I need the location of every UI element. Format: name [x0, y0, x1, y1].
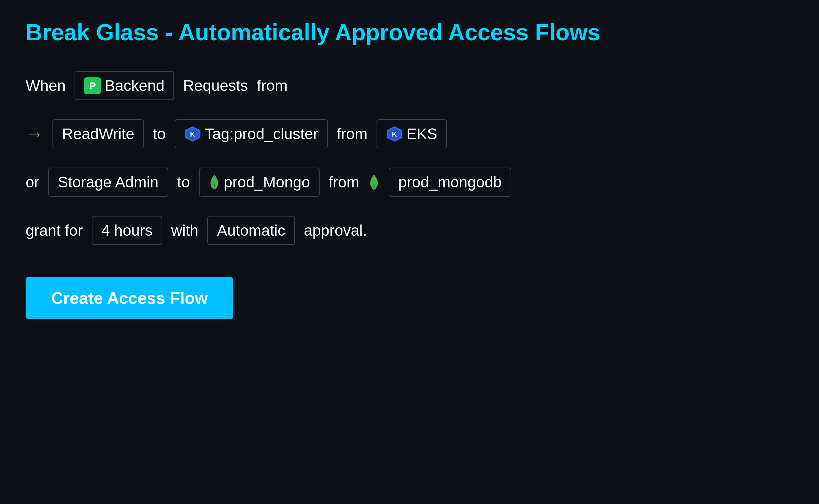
resource-token-2[interactable]: prod_Mongo	[199, 168, 320, 197]
create-access-flow-button[interactable]: Create Access Flow	[26, 277, 233, 319]
page-title: Break Glass - Automatically Approved Acc…	[26, 19, 793, 45]
condition-row: When P Backend Requests from	[26, 71, 793, 100]
mongo-instance-name: prod_mongodb	[398, 173, 502, 191]
from-label-row3: from	[328, 173, 359, 191]
approval-label: approval.	[304, 222, 367, 239]
permission-token-1[interactable]: ReadWrite	[52, 119, 144, 148]
permission-label-1: ReadWrite	[62, 125, 134, 143]
or-label: or	[26, 173, 39, 191]
mongo-db-name: prod_Mongo	[224, 173, 310, 191]
hours-token[interactable]: 4 hours	[92, 216, 162, 245]
source-token-1[interactable]: K EKS	[376, 119, 447, 148]
to-label-row3: to	[177, 173, 190, 191]
tag-label: Tag:prod_cluster	[205, 125, 318, 143]
permission-label-2: Storage Admin	[58, 173, 159, 191]
kubernetes-icon-2: K	[386, 126, 403, 142]
approval-type-token[interactable]: Automatic	[207, 216, 295, 245]
service-token[interactable]: P Backend	[75, 71, 174, 100]
service-name: Backend	[105, 77, 164, 94]
from-label-row1: from	[257, 77, 287, 94]
to-label-row2: to	[153, 125, 166, 143]
access-rule-row2: or Storage Admin to prod_Mongo from prod…	[26, 168, 793, 197]
arrow-icon: →	[26, 123, 43, 144]
mongodb-leaf-icon-1	[209, 174, 220, 191]
access-rule-row1: → ReadWrite to K Tag:prod_cluster from K…	[26, 119, 793, 148]
when-label: When	[26, 77, 66, 94]
permission-token-2[interactable]: Storage Admin	[48, 168, 168, 197]
approval-type-value: Automatic	[217, 222, 285, 239]
requests-label: Requests	[183, 77, 248, 94]
from-label-row2: from	[337, 125, 367, 143]
svg-text:K: K	[190, 130, 195, 138]
hours-value: 4 hours	[101, 222, 153, 239]
grant-row: grant for 4 hours with Automatic approva…	[26, 216, 793, 245]
resource-token-1[interactable]: K Tag:prod_cluster	[175, 119, 328, 148]
cluster-label: EKS	[406, 125, 437, 143]
mongodb-leaf-icon-2	[368, 174, 380, 191]
service-badge: P	[84, 77, 101, 94]
with-label: with	[171, 222, 198, 239]
grant-for-label: grant for	[26, 222, 83, 239]
source-token-2[interactable]: prod_mongodb	[389, 168, 511, 197]
kubernetes-icon-1: K	[184, 126, 201, 142]
svg-text:K: K	[392, 130, 397, 138]
